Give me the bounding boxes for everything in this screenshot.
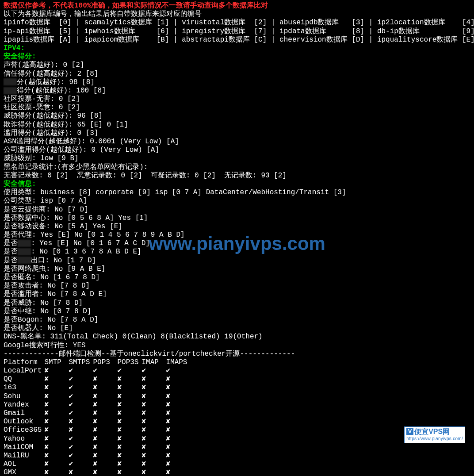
- check-icon: ✔: [93, 367, 117, 375]
- port-platform-cell: Outlook: [4, 418, 44, 426]
- obscured-c-prefix: 是否: [4, 239, 18, 247]
- cross-icon: ✘: [117, 384, 141, 392]
- port-platform-cell: Yandex: [4, 401, 44, 409]
- security-score-line: 黑名单记录统计:(有多少黑名单网站有记录):: [4, 163, 470, 172]
- warning-line: 数据仅作参考，不代表100%准确，如果和实际情况不一致请手动查询多个数据库比对: [4, 2, 470, 10]
- cross-icon: ✘: [93, 409, 117, 418]
- security-score-line: 滥用得分(越低越好): 0 [3]: [4, 129, 470, 138]
- db-intro: 以下为各数据库编号，输出结果后将自带数据库来源对应的编号: [4, 10, 470, 19]
- security-score-line: 声誉(越高越好): 0 [2]: [4, 61, 470, 69]
- table-row: Office365✘✘✘✘✘✘: [4, 426, 190, 434]
- security-score-line: 无害记录数: 0 [2] 恶意记录数: 0 [2] 可疑记录数: 0 [2] 无…: [4, 172, 470, 180]
- cross-icon: ✘: [117, 418, 141, 426]
- port-platform-cell: Office365: [4, 426, 44, 434]
- cross-icon: ✘: [44, 375, 69, 384]
- badge-url: https://www.pianyivps.com/: [406, 436, 463, 441]
- port-platform-cell: Gmail: [4, 409, 44, 418]
- check-icon: ✔: [69, 452, 93, 460]
- security-score-line: 公司滥用得分(越低越好): 0 (Very Low) [A]: [4, 146, 470, 154]
- cross-icon: ✘: [141, 443, 166, 452]
- cross-icon: ✘: [141, 460, 166, 468]
- cross-icon: ✘: [93, 452, 117, 460]
- cross-icon: ✘: [117, 443, 141, 452]
- security-info-line: 是否数据中心: No [0 5 6 8 A] Yes [1]: [4, 214, 470, 223]
- cross-icon: ✘: [44, 426, 69, 434]
- security-info-line: 是否匿名: No [1 6 7 8 D]: [4, 273, 470, 282]
- table-row: QQ✘✔✘✘✘✘: [4, 375, 190, 384]
- site-badge[interactable]: V便宜VPS网 https://www.pianyivps.com/: [404, 426, 465, 443]
- cross-icon: ✘: [93, 392, 117, 401]
- cross-icon: ✘: [166, 443, 190, 452]
- port-platform-cell: AOL: [4, 460, 44, 468]
- security-score-line: ASN滥用得分(越低越好): 0.0001 (Very Low) [A]: [4, 138, 470, 146]
- badge-logo-icon: V: [406, 428, 413, 435]
- cross-icon: ✘: [69, 426, 93, 434]
- cross-icon: ✘: [93, 418, 117, 426]
- cross-icon: ✘: [117, 409, 141, 418]
- badge-title: 便宜VPS网: [414, 428, 450, 435]
- cross-icon: ✘: [141, 435, 166, 443]
- cross-icon: ✘: [44, 392, 69, 401]
- obscured-d-text: : No [0 1 3 6 7 8 A B D E]: [31, 248, 141, 256]
- port-header-cell: POP3: [93, 358, 117, 367]
- table-row: Yandex✘✔✘✘✘✘: [4, 401, 190, 409]
- obscured-a-text: 分(越低越好): 98 [8]: [17, 78, 95, 86]
- port-header-cell: SMTP: [44, 358, 69, 367]
- cross-icon: ✘: [44, 409, 69, 418]
- cross-icon: ✘: [44, 468, 69, 476]
- table-row: GMX✘✘✘✘✘✘: [4, 468, 190, 476]
- cross-icon: ✘: [44, 401, 69, 409]
- check-icon: ✔: [166, 367, 190, 375]
- cross-icon: ✘: [93, 468, 117, 476]
- cross-icon: ✘: [117, 468, 141, 476]
- security-info-line: 是否中继: No [0 7 8 D]: [4, 307, 470, 316]
- cross-icon: ✘: [166, 452, 190, 460]
- cross-icon: ✘: [93, 426, 117, 434]
- port-header-cell: IMAP: [141, 358, 166, 367]
- cross-icon: ✘: [141, 418, 166, 426]
- port-header-cell: Platform: [4, 358, 44, 367]
- table-row: Yahoo✘✔✘✘✘✘: [4, 435, 190, 443]
- check-icon: ✔: [69, 375, 93, 384]
- cross-icon: ✘: [166, 426, 190, 434]
- cross-icon: ✘: [166, 418, 190, 426]
- table-row: Outlook✘✘✘✘✘✘: [4, 418, 190, 426]
- cross-icon: ✘: [141, 409, 166, 418]
- security-score-line: 社区投票-恶意: 0 [2]: [4, 104, 470, 112]
- cross-icon: ✘: [44, 443, 69, 452]
- cross-icon: ✘: [166, 375, 190, 384]
- check-icon: ✔: [69, 409, 93, 418]
- obscured-blot-icon: [18, 257, 31, 264]
- obscured-blot-icon: [4, 78, 17, 85]
- port-platform-cell: Yahoo: [4, 435, 44, 443]
- db-row-3: ipapiis数据库 [A] | ipapicom数据库 [B] | abstr…: [4, 36, 470, 44]
- security-info-line: 是否机器人: No [E]: [4, 324, 470, 333]
- security-score-label: 安全得分:: [4, 53, 470, 61]
- cross-icon: ✘: [117, 375, 141, 384]
- security-info-line: 是否威胁: No [7 8 D]: [4, 299, 470, 307]
- cross-icon: ✘: [141, 375, 166, 384]
- cross-icon: ✘: [117, 401, 141, 409]
- security-info-line: 是否Bogon: No [7 8 A D]: [4, 316, 470, 324]
- cross-icon: ✘: [93, 401, 117, 409]
- obscured-line-b: 得分(越低越好): 100 [8]: [4, 87, 470, 95]
- security-score-line: 信任得分(越高越好): 2 [8]: [4, 70, 470, 78]
- cross-icon: ✘: [93, 443, 117, 452]
- port-platform-cell: GMX: [4, 468, 44, 476]
- security-info-line: 是否云提供商: No [7 D]: [4, 206, 470, 214]
- obscured-line-d: 是否: No [0 1 3 6 7 8 A B D E]: [4, 248, 470, 256]
- cross-icon: ✘: [141, 392, 166, 401]
- obscured-blot-icon: [18, 240, 31, 247]
- check-icon: ✔: [69, 392, 93, 401]
- port-platform-cell: QQ: [4, 375, 44, 384]
- security-score-line: 欺诈得分(越低越好): 65 [E] 0 [1]: [4, 121, 470, 129]
- port-platform-cell: MailRU: [4, 452, 44, 460]
- cross-icon: ✘: [141, 426, 166, 434]
- cross-icon: ✘: [166, 401, 190, 409]
- security-info-line: 是否代理: Yes [E] No [0 1 4 5 6 7 8 9 A B D]: [4, 231, 470, 239]
- port-header-cell: POP3S: [117, 358, 141, 367]
- cross-icon: ✘: [117, 392, 141, 401]
- cross-icon: ✘: [93, 435, 117, 443]
- check-icon: ✔: [117, 367, 141, 375]
- port-platform-cell: MailCOM: [4, 443, 44, 452]
